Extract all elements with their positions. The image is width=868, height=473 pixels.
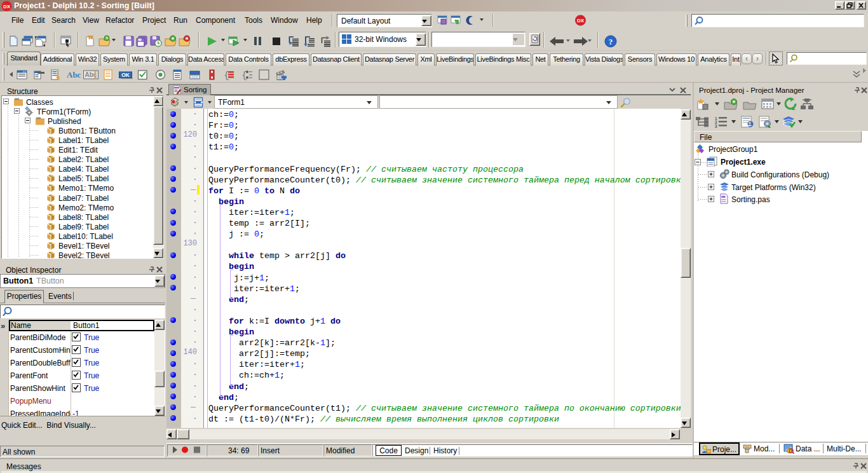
- svg-text:OK: OK: [121, 72, 130, 78]
- svg-text:3: 3: [715, 124, 717, 128]
- svg-text:Abc: Abc: [67, 70, 81, 79]
- svg-text:DX: DX: [3, 4, 11, 10]
- svg-text:DX: DX: [577, 18, 585, 24]
- svg-text:?: ?: [609, 37, 613, 46]
